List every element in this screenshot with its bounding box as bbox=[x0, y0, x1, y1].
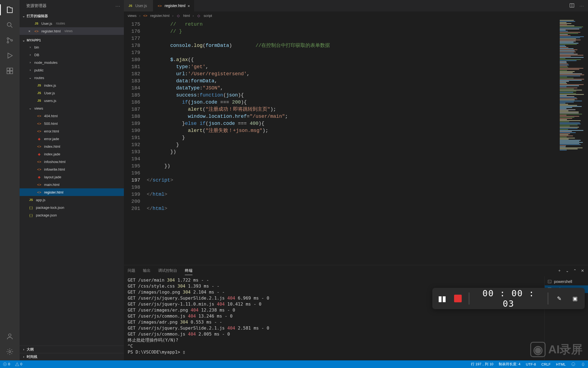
timeline-header[interactable]: › 时间线 bbox=[20, 353, 124, 360]
code-line[interactable]: }else if(json.code === 400){ bbox=[145, 120, 558, 127]
status-tab-size[interactable]: 制表符长度: 4 bbox=[499, 362, 520, 367]
file-item[interactable]: <> index.html bbox=[20, 143, 124, 150]
open-editor-item[interactable]: × <> register.html views bbox=[20, 27, 124, 35]
code-line[interactable]: window.location.href="/user/main"; bbox=[145, 113, 558, 120]
pause-button[interactable]: ▮▮ bbox=[437, 294, 447, 303]
status-encoding[interactable]: UTF-8 bbox=[526, 362, 536, 366]
search-icon[interactable] bbox=[3, 19, 16, 32]
file-item[interactable]: ◆ index.jade bbox=[20, 150, 124, 158]
file-item[interactable]: <> register.html bbox=[20, 188, 124, 196]
folder-item[interactable]: › public bbox=[20, 66, 124, 74]
code-line[interactable]: // return bbox=[145, 21, 558, 28]
open-editors-header[interactable]: ⌄ 打开的编辑器 bbox=[20, 13, 124, 20]
settings-gear-icon[interactable] bbox=[3, 345, 16, 358]
code-line[interactable] bbox=[145, 35, 558, 42]
folder-item[interactable]: ⌄ routes bbox=[20, 74, 124, 82]
project-header[interactable]: ⌄ MYAPP1 bbox=[20, 37, 124, 43]
folder-item[interactable]: › node_modules bbox=[20, 59, 124, 66]
minimap[interactable] bbox=[558, 20, 588, 265]
code-line[interactable]: $.ajax({ bbox=[145, 56, 558, 63]
line-number: 176 bbox=[124, 28, 140, 35]
panel-tab[interactable]: 问题 bbox=[128, 267, 135, 275]
account-icon[interactable] bbox=[3, 330, 16, 343]
code-line[interactable]: data:formData, bbox=[145, 77, 558, 85]
line-number: 192 bbox=[124, 141, 140, 148]
split-editor-icon[interactable] bbox=[569, 3, 575, 9]
file-item[interactable]: ◆ error.jade bbox=[20, 135, 124, 143]
code-line[interactable]: // } bbox=[145, 28, 558, 35]
breadcrumb[interactable]: views› <> register.html› ◇ html› ◇ scrip… bbox=[124, 11, 588, 20]
code-line[interactable]: </html> bbox=[145, 191, 558, 198]
close-icon[interactable]: × bbox=[27, 29, 32, 33]
status-bell-icon[interactable] bbox=[581, 362, 585, 367]
panel-tab[interactable]: 调试控制台 bbox=[158, 267, 177, 275]
file-item[interactable]: <> main.html bbox=[20, 181, 124, 188]
file-item[interactable]: <> 404.html bbox=[20, 112, 124, 120]
code-line[interactable] bbox=[145, 184, 558, 191]
sidebar-more-icon[interactable]: ··· bbox=[115, 4, 121, 8]
file-item[interactable]: <> error.html bbox=[20, 127, 124, 135]
code-line[interactable]: console.log(formData) //在控制台中打印获取的表单数据 bbox=[145, 42, 558, 49]
code-line[interactable]: if(json.code === 200){ bbox=[145, 99, 558, 106]
status-errors[interactable]: 0 bbox=[3, 362, 10, 367]
code-line[interactable]: }) bbox=[145, 148, 558, 155]
code-line[interactable]: alert("注册成功！即将跳转到主页"); bbox=[145, 106, 558, 113]
camera-icon[interactable]: ▣ bbox=[570, 294, 580, 303]
close-icon[interactable]: × bbox=[188, 4, 190, 8]
code-line[interactable]: url:'/User/registersend', bbox=[145, 70, 558, 77]
explorer-icon[interactable] bbox=[3, 3, 16, 16]
extensions-icon[interactable] bbox=[3, 64, 16, 77]
code-line[interactable] bbox=[145, 49, 558, 56]
line-number: 198 bbox=[124, 184, 140, 191]
file-item[interactable]: JS User.js bbox=[20, 89, 124, 97]
file-item[interactable]: <> infoshow.html bbox=[20, 158, 124, 165]
editor-tab[interactable]: <> register.html × bbox=[153, 0, 194, 11]
file-item[interactable]: <> 500.html bbox=[20, 120, 124, 127]
editor-tab[interactable]: JS User.js bbox=[124, 0, 153, 11]
code-line[interactable]: </script> bbox=[145, 177, 558, 184]
terminal-instance[interactable]: powershell bbox=[547, 278, 585, 285]
close-panel-icon[interactable]: ✕ bbox=[581, 269, 584, 273]
file-item[interactable]: JS app.js bbox=[20, 196, 124, 204]
file-item[interactable]: JS index.js bbox=[20, 82, 124, 89]
stop-button[interactable] bbox=[453, 294, 463, 303]
code-line[interactable]: success:function(json){ bbox=[145, 92, 558, 99]
code-line[interactable] bbox=[145, 170, 558, 177]
code-line[interactable]: } bbox=[145, 134, 558, 141]
code-line[interactable]: </html> bbox=[145, 205, 558, 212]
status-language[interactable]: HTML bbox=[556, 362, 566, 366]
file-item[interactable]: { } package.json bbox=[20, 211, 124, 219]
panel-tab[interactable]: 输出 bbox=[143, 267, 151, 275]
code-line[interactable]: } bbox=[145, 141, 558, 148]
outline-header[interactable]: › 大纲 bbox=[20, 346, 124, 353]
code-line[interactable]: dataType:"JSON", bbox=[145, 85, 558, 92]
maximize-panel-icon[interactable]: ⌃ bbox=[573, 269, 577, 273]
code-line[interactable]: }) bbox=[145, 162, 558, 170]
close-icon[interactable] bbox=[27, 22, 32, 26]
file-item[interactable]: ◆ layout.jade bbox=[20, 173, 124, 181]
editor-more-icon[interactable]: ··· bbox=[580, 4, 584, 8]
source-control-icon[interactable] bbox=[3, 34, 16, 47]
run-debug-icon[interactable] bbox=[3, 49, 16, 62]
status-eol[interactable]: CRLF bbox=[541, 362, 551, 366]
status-warnings[interactable]: 0 bbox=[15, 362, 22, 367]
folder-item[interactable]: ⌄ views bbox=[20, 104, 124, 112]
code-line[interactable]: type:'get', bbox=[145, 63, 558, 70]
file-item[interactable]: <> infowrite.html bbox=[20, 165, 124, 173]
code-line[interactable]: alert("注册失败！+json.msg"); bbox=[145, 127, 558, 134]
folder-item[interactable]: › bin bbox=[20, 43, 124, 51]
panel-tab[interactable]: 终端 bbox=[185, 267, 192, 275]
annotate-icon[interactable]: ✎ bbox=[554, 294, 564, 303]
new-terminal-icon[interactable]: ＋ bbox=[558, 268, 561, 273]
file-item[interactable]: JS users.js bbox=[20, 97, 124, 104]
terminal-dropdown-icon[interactable]: ⌄ bbox=[566, 269, 569, 273]
code-line[interactable] bbox=[145, 155, 558, 162]
status-cursor[interactable]: 行 197，列 10 bbox=[471, 362, 493, 367]
code-editor[interactable]: 1751761771781791801811821831841851861871… bbox=[124, 20, 588, 265]
line-number: 199 bbox=[124, 191, 140, 198]
status-feedback-icon[interactable] bbox=[571, 362, 575, 367]
open-editor-item[interactable]: JS User.js routes bbox=[20, 20, 124, 27]
folder-item[interactable]: › DB bbox=[20, 51, 124, 59]
code-line[interactable] bbox=[145, 198, 558, 205]
file-item[interactable]: { } package-lock.json bbox=[20, 204, 124, 211]
